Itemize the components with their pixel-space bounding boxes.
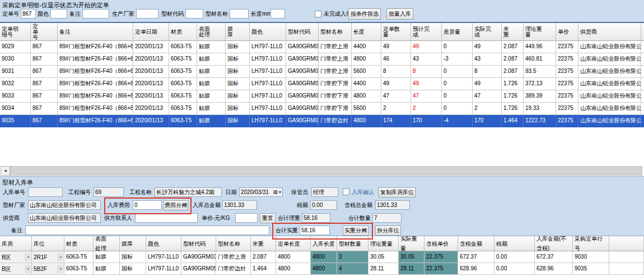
column-header[interactable]: 定 单 号 (31, 23, 58, 41)
remark-filter-input[interactable] (82, 9, 109, 19)
column-header[interactable]: 差异量 (442, 23, 473, 41)
column-header[interactable]: 表面 处理 (197, 23, 226, 41)
column-header[interactable]: 单价 (556, 23, 578, 41)
order-no-input[interactable]: 867 (21, 9, 36, 19)
column-header[interactable]: 型材代码 (286, 23, 319, 41)
column-header[interactable]: 长度 (352, 23, 381, 41)
column-header[interactable]: 米 重 (502, 23, 524, 41)
receipt-no-field[interactable] (28, 187, 63, 197)
column-header[interactable]: 颜色 (250, 23, 286, 41)
supplier-field[interactable]: 山东南山铝业股份有限公司 (28, 213, 101, 223)
column-header[interactable]: 定单日期 (133, 23, 169, 41)
fee-share-button[interactable]: 费用分摊 (164, 200, 188, 210)
actual-weight-share-button[interactable]: 实重分摊 (343, 226, 368, 236)
column-header[interactable]: 实际完 成 (473, 23, 502, 41)
column-header[interactable]: 材质 (64, 236, 94, 251)
total-qty-field[interactable]: 7 (372, 213, 402, 223)
column-header[interactable]: 定单数 量 (381, 23, 411, 41)
table-row[interactable]: 903086789#门框型材F26-F40（866+867）2020/01/13… (0, 53, 644, 66)
column-header[interactable]: 供货商 (578, 23, 641, 41)
date-picker[interactable]: 2020/03/31 ▦ ▾ (239, 187, 283, 197)
column-header[interactable]: 型材数量 (337, 236, 368, 251)
unit-price-input[interactable] (235, 213, 258, 223)
table-cell: 6063-T5 (169, 90, 197, 103)
table-cell (641, 115, 644, 127)
horizontal-scrollbar[interactable]: ◄ (1, 166, 642, 176)
column-header[interactable]: 颜色 (146, 236, 181, 251)
column-header[interactable]: 备注 (58, 23, 133, 41)
actual-weight-input[interactable]: 58.16 (300, 226, 330, 235)
table-row[interactable]: 903286789#门框型材F26-F40（866+867）2020/01/13… (0, 78, 644, 90)
color-filter-input[interactable] (50, 9, 67, 19)
total-amount-field[interactable]: 1301.33 (222, 200, 257, 210)
table-cell: 8 (381, 66, 411, 78)
calendar-icon[interactable]: ▦ (273, 190, 278, 195)
unfinished-checkbox[interactable] (315, 11, 321, 17)
factory-field[interactable]: 山东南山铝业股份有限公司 (28, 200, 101, 210)
column-header[interactable]: 含税单价 (424, 236, 458, 251)
table-row[interactable]: B区˅2R1F˅6063-T5贴膜国标LH797-1LL0GA90GRM03门带… (0, 251, 644, 263)
date-dropdown-arrow-icon[interactable]: ▾ (279, 188, 281, 196)
date-value: 2020/03/31 (241, 188, 273, 196)
table-row[interactable]: 903186789#门框型材F26-F40（866+867）2020/01/13… (0, 66, 644, 78)
table-cell: 门带腔上滑 (319, 66, 352, 78)
dropdown-arrow-icon[interactable]: ˅ (25, 253, 31, 261)
column-header[interactable]: 预计完 成 (411, 23, 442, 41)
column-header[interactable]: 型材代码 (181, 236, 216, 251)
copy-location-button[interactable]: 复制库房库位 (379, 187, 416, 197)
dropdown-arrow-icon[interactable]: ˅ (58, 265, 63, 273)
tax-field[interactable]: 0.00 (310, 200, 337, 210)
table-cell: 89#门框型材F26-F40（866+867） (58, 41, 133, 53)
column-header[interactable]: 米重 (251, 236, 276, 251)
scrollbar-thumb[interactable] (10, 166, 642, 176)
table-row[interactable]: 903486789#门框型材F26-F40（866+867）2020/01/13… (0, 103, 644, 115)
table-row[interactable]: 903586789#门框型材F26-F40（866+867）2020/01/13… (0, 115, 644, 127)
table-row[interactable]: B区˅5B2F˅6063-T5贴膜国标LH797-1LL0GA90GRM05门带… (0, 263, 644, 275)
project-no-field[interactable]: 69 (94, 187, 124, 197)
length-filter-input[interactable] (270, 9, 285, 19)
table-row[interactable]: 903386789#门框型材F26-F40（866+867）2020/01/13… (0, 90, 644, 103)
column-header[interactable]: 理论重 量 (524, 23, 556, 41)
dropdown-arrow-icon[interactable]: ˅ (25, 265, 31, 273)
fee-input[interactable]: 0 (133, 200, 162, 210)
table-cell: 4800 (276, 251, 311, 263)
column-header[interactable]: 实际重量 (399, 236, 424, 251)
supplier-contact-input[interactable] (135, 213, 198, 223)
scroll-left-arrow-icon[interactable]: ◄ (1, 166, 10, 176)
split-location-button[interactable]: 拆分库位 (375, 226, 401, 236)
keeper-field[interactable]: 经理 (311, 187, 338, 197)
theo-weight-field[interactable]: 58.16 (302, 213, 330, 223)
table-cell: 0 (442, 103, 473, 115)
column-header[interactable]: 型材名称 (319, 23, 352, 41)
table-cell: 0 (442, 41, 473, 53)
column-header[interactable]: 库房 (0, 236, 32, 251)
producer-input[interactable] (136, 9, 158, 19)
project-name-field[interactable]: 长沙万科魅力之城4.2期 (155, 187, 222, 197)
remark-input[interactable] (25, 226, 269, 235)
profile-code-filter-input[interactable] (185, 9, 203, 19)
filter-by-condition-button[interactable]: 按条件筛选 (348, 8, 381, 20)
column-header[interactable]: 定单长度 (276, 236, 311, 251)
column-header[interactable]: 库位 (32, 236, 64, 251)
column-header[interactable]: 定单明 细号 (0, 23, 31, 41)
total-with-tax-field[interactable]: 1301.33 (375, 200, 410, 210)
column-header[interactable]: 入库长度 (311, 236, 337, 251)
column-header[interactable]: 表面 处理 (94, 236, 120, 251)
table-cell: 国标 (226, 78, 250, 90)
column-header[interactable]: 膜厚 (120, 236, 146, 251)
column-header[interactable]: 采购定单行 号 (573, 236, 609, 251)
batch-inbound-button[interactable]: 批量入库 (386, 8, 413, 20)
column-header[interactable]: 含税金额 (458, 236, 494, 251)
column-header[interactable]: 材质 (169, 23, 197, 41)
inbound-confirm-checkbox[interactable] (343, 188, 349, 195)
table-row[interactable]: 902986789#门框型材F26-F40（866+867）2020/01/13… (0, 41, 644, 53)
column-header[interactable]: 型材名称 (216, 236, 251, 251)
column-header[interactable]: 理论重量 (368, 236, 399, 251)
dropdown-arrow-icon[interactable]: ˅ (58, 253, 63, 261)
reset-button[interactable]: 重置 (260, 213, 276, 223)
profile-name-filter-input[interactable] (230, 9, 249, 19)
column-header[interactable]: 膜 厚 (226, 23, 250, 41)
table-cell: 国标 (226, 53, 250, 66)
column-header[interactable]: 税额 (494, 236, 535, 251)
column-header[interactable]: 入库金额(不 含税) (535, 236, 573, 251)
